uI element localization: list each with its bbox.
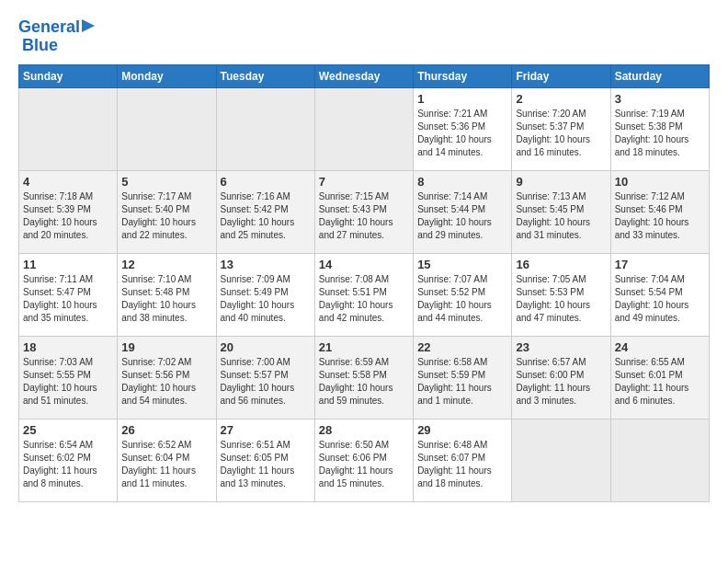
weekday-header-sunday: Sunday [19,64,118,87]
calendar-cell: 1Sunrise: 7:21 AMSunset: 5:36 PMDaylight… [414,87,512,170]
weekday-header-thursday: Thursday [414,64,512,87]
day-number: 16 [516,258,606,271]
calendar-cell: 6Sunrise: 7:16 AMSunset: 5:42 PMDaylight… [216,170,314,253]
weekday-header-wednesday: Wednesday [314,64,413,87]
calendar-cell: 28Sunrise: 6:50 AMSunset: 6:06 PMDayligh… [314,419,413,501]
day-number: 15 [417,258,507,271]
day-detail: Sunrise: 7:02 AMSunset: 5:56 PMDaylight:… [121,356,211,408]
day-detail: Sunrise: 7:11 AMSunset: 5:47 PMDaylight:… [23,273,113,325]
day-detail: Sunrise: 6:57 AMSunset: 6:00 PMDaylight:… [516,356,606,408]
calendar-cell: 25Sunrise: 6:54 AMSunset: 6:02 PMDayligh… [19,419,118,501]
day-number: 24 [615,340,705,354]
day-detail: Sunrise: 7:17 AMSunset: 5:40 PMDaylight:… [121,190,211,242]
day-number: 28 [319,423,409,437]
logo-text-line1: General [18,18,80,37]
day-detail: Sunrise: 6:54 AMSunset: 6:02 PMDaylight:… [23,439,113,490]
day-number: 8 [417,175,507,189]
day-number: 13 [221,258,311,271]
day-number: 4 [23,175,113,189]
calendar-cell: 23Sunrise: 6:57 AMSunset: 6:00 PMDayligh… [512,336,610,419]
weekday-header-monday: Monday [118,64,216,87]
calendar-cell: 24Sunrise: 6:55 AMSunset: 6:01 PMDayligh… [610,336,709,419]
day-number: 22 [417,340,507,354]
calendar-cell: 14Sunrise: 7:08 AMSunset: 5:51 PMDayligh… [314,253,413,336]
weekday-header-saturday: Saturday [610,64,709,87]
day-number: 19 [121,340,211,354]
day-number: 6 [221,175,311,189]
calendar-cell: 5Sunrise: 7:17 AMSunset: 5:40 PMDaylight… [118,170,216,253]
day-detail: Sunrise: 7:14 AMSunset: 5:44 PMDaylight:… [417,190,507,242]
svg-marker-0 [82,19,95,32]
weekday-header-friday: Friday [512,64,610,87]
day-number: 17 [615,258,705,271]
day-number: 29 [417,423,507,437]
day-detail: Sunrise: 6:52 AMSunset: 6:04 PMDaylight:… [121,439,211,490]
day-detail: Sunrise: 6:50 AMSunset: 6:06 PMDaylight:… [319,439,409,490]
calendar-cell: 17Sunrise: 7:04 AMSunset: 5:54 PMDayligh… [610,253,709,336]
day-detail: Sunrise: 6:51 AMSunset: 6:05 PMDaylight:… [221,439,311,490]
calendar-cell [314,87,413,170]
calendar-cell: 2Sunrise: 7:20 AMSunset: 5:37 PMDaylight… [512,87,610,170]
calendar-cell: 9Sunrise: 7:13 AMSunset: 5:45 PMDaylight… [512,170,610,253]
day-detail: Sunrise: 7:09 AMSunset: 5:49 PMDaylight:… [221,273,311,325]
header: General Blue [18,18,710,55]
day-detail: Sunrise: 6:48 AMSunset: 6:07 PMDaylight:… [417,439,507,490]
day-number: 23 [516,340,606,354]
day-number: 14 [319,258,409,271]
calendar-cell: 8Sunrise: 7:14 AMSunset: 5:44 PMDaylight… [414,170,512,253]
day-detail: Sunrise: 7:16 AMSunset: 5:42 PMDaylight:… [221,190,311,242]
day-detail: Sunrise: 7:18 AMSunset: 5:39 PMDaylight:… [23,190,113,242]
day-number: 21 [319,340,409,354]
day-detail: Sunrise: 7:21 AMSunset: 5:36 PMDaylight:… [417,108,507,159]
day-number: 26 [121,423,211,437]
calendar-cell: 21Sunrise: 6:59 AMSunset: 5:58 PMDayligh… [314,336,413,419]
calendar-cell: 16Sunrise: 7:05 AMSunset: 5:53 PMDayligh… [512,253,610,336]
calendar-cell: 13Sunrise: 7:09 AMSunset: 5:49 PMDayligh… [216,253,314,336]
day-number: 5 [121,175,211,189]
calendar-cell: 4Sunrise: 7:18 AMSunset: 5:39 PMDaylight… [19,170,118,253]
day-detail: Sunrise: 7:19 AMSunset: 5:38 PMDaylight:… [615,108,705,159]
logo-text-line2: Blue [22,37,58,55]
day-number: 11 [23,258,113,271]
day-number: 18 [23,340,113,354]
day-number: 9 [516,175,606,189]
calendar-cell: 20Sunrise: 7:00 AMSunset: 5:57 PMDayligh… [216,336,314,419]
calendar-cell: 15Sunrise: 7:07 AMSunset: 5:52 PMDayligh… [414,253,512,336]
day-detail: Sunrise: 6:58 AMSunset: 5:59 PMDaylight:… [417,356,507,408]
day-number: 10 [615,175,705,189]
day-detail: Sunrise: 7:05 AMSunset: 5:53 PMDaylight:… [516,273,606,325]
calendar-cell [512,419,610,501]
calendar-cell: 29Sunrise: 6:48 AMSunset: 6:07 PMDayligh… [414,419,512,501]
calendar-cell: 3Sunrise: 7:19 AMSunset: 5:38 PMDaylight… [610,87,709,170]
day-detail: Sunrise: 7:12 AMSunset: 5:46 PMDaylight:… [615,190,705,242]
calendar-cell: 10Sunrise: 7:12 AMSunset: 5:46 PMDayligh… [610,170,709,253]
day-number: 2 [516,92,606,106]
day-detail: Sunrise: 7:15 AMSunset: 5:43 PMDaylight:… [319,190,409,242]
day-detail: Sunrise: 7:03 AMSunset: 5:55 PMDaylight:… [23,356,113,408]
day-number: 27 [221,423,311,437]
calendar-table: SundayMondayTuesdayWednesdayThursdayFrid… [18,64,710,502]
calendar-cell [118,87,216,170]
day-detail: Sunrise: 6:55 AMSunset: 6:01 PMDaylight:… [615,356,705,408]
day-number: 7 [319,175,409,189]
day-detail: Sunrise: 7:04 AMSunset: 5:54 PMDaylight:… [615,273,705,325]
calendar-cell: 11Sunrise: 7:11 AMSunset: 5:47 PMDayligh… [19,253,118,336]
day-number: 1 [417,92,507,106]
calendar-cell: 7Sunrise: 7:15 AMSunset: 5:43 PMDaylight… [314,170,413,253]
logo: General Blue [18,18,95,55]
calendar-cell: 26Sunrise: 6:52 AMSunset: 6:04 PMDayligh… [118,419,216,501]
calendar-cell [610,419,709,501]
day-detail: Sunrise: 7:07 AMSunset: 5:52 PMDaylight:… [417,273,507,325]
day-detail: Sunrise: 7:08 AMSunset: 5:51 PMDaylight:… [319,273,409,325]
calendar-cell: 27Sunrise: 6:51 AMSunset: 6:05 PMDayligh… [216,419,314,501]
weekday-header-tuesday: Tuesday [216,64,314,87]
day-number: 20 [221,340,311,354]
calendar-cell: 12Sunrise: 7:10 AMSunset: 5:48 PMDayligh… [118,253,216,336]
calendar-cell: 19Sunrise: 7:02 AMSunset: 5:56 PMDayligh… [118,336,216,419]
day-detail: Sunrise: 6:59 AMSunset: 5:58 PMDaylight:… [319,356,409,408]
logo-arrow-icon [82,19,95,32]
day-detail: Sunrise: 7:10 AMSunset: 5:48 PMDaylight:… [121,273,211,325]
calendar-cell: 22Sunrise: 6:58 AMSunset: 5:59 PMDayligh… [414,336,512,419]
day-detail: Sunrise: 7:20 AMSunset: 5:37 PMDaylight:… [516,108,606,159]
day-detail: Sunrise: 7:13 AMSunset: 5:45 PMDaylight:… [516,190,606,242]
